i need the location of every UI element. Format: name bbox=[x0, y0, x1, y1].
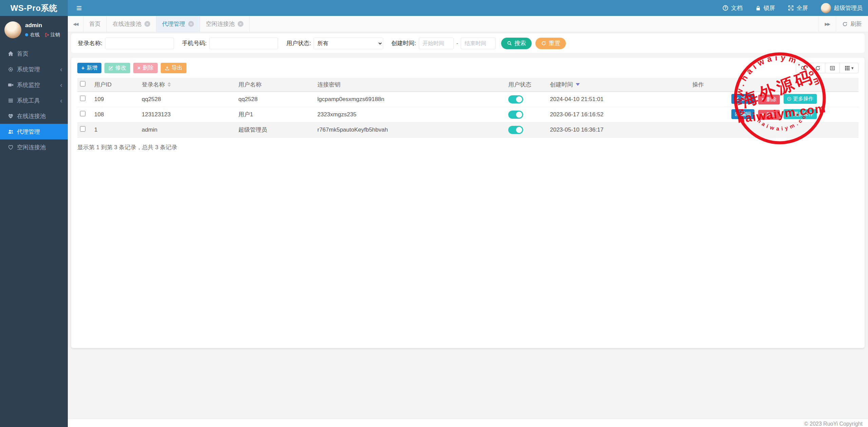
close-icon[interactable]: × bbox=[144, 21, 150, 27]
row-delete-button[interactable]: × 删除 bbox=[758, 95, 780, 104]
row-edit-label: 编辑 bbox=[741, 96, 751, 102]
col-label: 创建时间 bbox=[550, 81, 573, 89]
col-create-time[interactable]: 创建时间 bbox=[547, 78, 690, 92]
tab-label: 在线连接池 bbox=[113, 20, 141, 28]
sidebar-item-online-pool[interactable]: 在线连接池 bbox=[0, 108, 68, 124]
cell-user-id: 109 bbox=[92, 92, 139, 107]
export-button[interactable]: 导出 bbox=[161, 63, 186, 73]
row-checkbox[interactable] bbox=[80, 96, 85, 101]
sidebar-item-system-manage[interactable]: 系统管理 ‹ bbox=[0, 61, 68, 77]
cell-user-name: qq2528 bbox=[236, 92, 315, 107]
download-icon bbox=[165, 66, 170, 71]
app-footer: © 2023 RuoYi Copyright bbox=[68, 419, 868, 427]
status-toggle[interactable] bbox=[508, 126, 523, 134]
row-more-label: 更多操作 bbox=[793, 111, 813, 117]
tab-agent-manage[interactable]: 代理管理 × bbox=[156, 16, 200, 32]
sidebar-user-panel: admin 在线 注销 bbox=[0, 16, 68, 43]
columns-grid-icon bbox=[845, 65, 850, 71]
list-view-icon bbox=[830, 65, 835, 71]
sidebar-item-idle-pool[interactable]: 空闲连接池 bbox=[0, 139, 68, 155]
fullscreen-link[interactable]: 全屏 bbox=[788, 4, 808, 12]
x-icon: × bbox=[762, 97, 765, 102]
tab-online-pool[interactable]: 在线连接池 × bbox=[107, 16, 156, 32]
range-separator: - bbox=[456, 40, 458, 46]
sidebar-item-home[interactable]: 首页 bbox=[0, 46, 68, 61]
doc-link[interactable]: ? 文档 bbox=[723, 4, 743, 12]
copyright: © 2023 RuoYi Copyright bbox=[804, 421, 863, 427]
add-button[interactable]: + 新增 bbox=[77, 63, 101, 73]
login-name-input[interactable] bbox=[105, 38, 174, 49]
select-all-checkbox[interactable] bbox=[80, 81, 85, 86]
play-circle-icon bbox=[787, 97, 791, 101]
refresh-label: 刷新 bbox=[850, 20, 862, 28]
row-checkbox[interactable] bbox=[80, 111, 85, 116]
user-menu[interactable]: 超级管理员 bbox=[821, 3, 863, 13]
lock-screen-link[interactable]: 锁屏 bbox=[755, 4, 775, 12]
sidebar: admin 在线 注销 首页 bbox=[0, 16, 68, 427]
tabs-scroll-right-button[interactable]: ▶▶ bbox=[818, 16, 836, 32]
edit-button[interactable]: 修改 bbox=[104, 63, 130, 73]
tabs-scroll-left-button[interactable]: ◀◀ bbox=[68, 16, 83, 32]
logout-link[interactable]: 注销 bbox=[44, 32, 60, 38]
status-toggle[interactable] bbox=[508, 95, 523, 103]
cell-create-time: 2024-04-10 21:51:01 bbox=[547, 92, 690, 107]
online-status: 在线 bbox=[30, 32, 40, 38]
row-more-label: 更多操作 bbox=[793, 96, 813, 102]
detail-view-button[interactable] bbox=[825, 63, 840, 73]
export-button-label: 导出 bbox=[172, 64, 182, 72]
sidebar-item-system-tools[interactable]: 系统工具 ‹ bbox=[0, 93, 68, 108]
tab-home[interactable]: 首页 bbox=[83, 16, 107, 32]
refresh-table-button[interactable] bbox=[810, 63, 825, 73]
col-connect-key: 连接密钥 bbox=[315, 78, 506, 92]
row-more-button[interactable]: 更多操作 bbox=[784, 94, 817, 104]
search-button[interactable]: 搜索 bbox=[501, 38, 532, 49]
heart-outline-icon bbox=[8, 144, 14, 150]
reset-button[interactable]: 重置 bbox=[535, 38, 566, 49]
video-camera-icon bbox=[8, 82, 14, 88]
create-time-label: 创建时间: bbox=[391, 39, 416, 47]
cell-user-name: 用户1 bbox=[236, 107, 315, 122]
search-icon bbox=[801, 65, 806, 71]
avatar bbox=[4, 21, 21, 38]
table-panel: + 新增 修改 × 删除 导出 bbox=[71, 58, 865, 348]
close-icon[interactable]: × bbox=[188, 21, 194, 27]
refresh-tab-button[interactable]: 刷新 bbox=[836, 16, 868, 32]
cell-user-id: 1 bbox=[92, 122, 139, 137]
search-button-label: 搜索 bbox=[514, 39, 526, 47]
tab-idle-pool[interactable]: 空闲连接池 × bbox=[200, 16, 250, 32]
username: admin bbox=[25, 22, 60, 29]
sidebar-toggle-icon[interactable]: ≡ bbox=[68, 0, 90, 16]
tab-bar: ◀◀ 首页 在线连接池 × 代理管理 × 空闲连接池 × ▶▶ 刷新 bbox=[68, 16, 868, 32]
col-actions: 操作 bbox=[690, 78, 859, 92]
row-more-button[interactable]: 更多操作 bbox=[784, 109, 817, 119]
data-table: 用户ID 登录名称 用户名称 连接密钥 用户状态 创建时间 操作 bbox=[77, 78, 859, 138]
row-checkbox[interactable] bbox=[80, 126, 85, 132]
status-toggle[interactable] bbox=[508, 111, 523, 119]
sidebar-item-label: 系统管理 bbox=[17, 65, 40, 73]
columns-button[interactable]: ▾ bbox=[840, 63, 859, 73]
user-status-select[interactable]: 所有 bbox=[314, 38, 383, 49]
sidebar-item-system-monitor[interactable]: 系统监控 ‹ bbox=[0, 77, 68, 93]
table-row: 108 123123123 用户1 2323xmgzs235 2023-06-1… bbox=[77, 107, 859, 122]
refresh-icon bbox=[842, 21, 848, 27]
row-edit-button[interactable]: 编辑 bbox=[731, 94, 754, 104]
app-header: WS-Pro系统 ≡ ? 文档 锁屏 bbox=[0, 0, 868, 16]
start-time-input[interactable] bbox=[419, 38, 454, 49]
sidebar-menu: 首页 系统管理 ‹ 系统监控 ‹ 系统工具 ‹ bbox=[0, 46, 68, 155]
row-edit-button[interactable]: 编辑 bbox=[731, 109, 754, 119]
close-icon[interactable]: × bbox=[238, 21, 243, 27]
delete-button[interactable]: × 删除 bbox=[133, 63, 157, 73]
sidebar-item-agent-manage[interactable]: 代理管理 bbox=[0, 124, 68, 139]
x-icon: × bbox=[762, 112, 765, 117]
col-user-status: 用户状态 bbox=[506, 78, 547, 92]
end-time-input[interactable] bbox=[461, 38, 496, 49]
chevron-left-icon: ‹ bbox=[60, 81, 62, 88]
svg-text:?: ? bbox=[724, 6, 726, 10]
col-login-name[interactable]: 登录名称 bbox=[139, 78, 236, 92]
tab-label: 首页 bbox=[89, 20, 101, 28]
app-logo: WS-Pro系统 bbox=[0, 0, 68, 16]
logout-label: 注销 bbox=[51, 32, 60, 38]
phone-input[interactable] bbox=[209, 38, 278, 49]
row-delete-button[interactable]: × 删除 bbox=[758, 110, 780, 120]
toggle-search-button[interactable] bbox=[796, 63, 811, 73]
